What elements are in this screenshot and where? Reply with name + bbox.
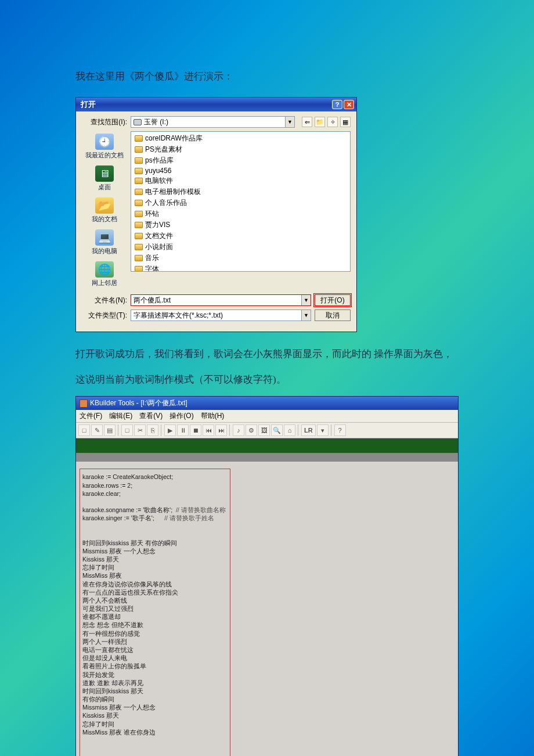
up-folder-icon[interactable]: 📁	[315, 117, 325, 127]
body-text: 打开歌词成功后，我们将看到，歌词会在小灰熊界面显示，而此时的 操作界面为灰色，这…	[75, 341, 459, 393]
folder-icon	[135, 255, 143, 261]
folder-item[interactable]: 电脑软件	[134, 175, 348, 186]
intro-text: 我在这里用《两个傻瓜》进行演示：	[75, 70, 459, 83]
script-line: 可是我们又过强烈	[82, 604, 228, 613]
open-file-dialog: 打开 ? ✕ 查找范围(I): 玉誉 (I:) ▼ ⇐ 📁 ✧ ▦	[75, 97, 357, 332]
place-comp[interactable]: 💻我的电脑	[92, 227, 117, 258]
place-icon: 🌐	[95, 261, 114, 278]
script-line: Kisskiss 那天	[82, 555, 228, 563]
toolbar-button[interactable]: ⚙	[246, 424, 257, 436]
folder-name: 音乐	[145, 253, 159, 263]
toolbar-separator	[298, 424, 299, 436]
lookin-dropdown[interactable]: 玉誉 (I:) ▼	[131, 116, 295, 128]
kb-editor[interactable]: karaoke := CreateKaraokeObject;karaoke.r…	[76, 462, 458, 756]
filename-input[interactable]: 两个傻瓜.txt ▼	[131, 294, 311, 306]
place-icon: 📂	[95, 197, 114, 214]
file-list[interactable]: coreIDRAW作品库PS光盘素材ps作品库yuyu456电脑软件电子相册制作…	[131, 131, 351, 272]
script-line: 有你的瞬间	[82, 695, 228, 703]
toolbar-lr-button[interactable]: LR	[301, 424, 316, 436]
toolbar-button[interactable]: ▶	[164, 424, 176, 436]
kb-preview-track	[76, 453, 458, 462]
folder-item[interactable]: yuyu456	[134, 166, 348, 175]
folder-name: 个人音乐作品	[145, 198, 187, 208]
folder-name: 小说封面	[145, 242, 173, 252]
script-line: karaoke.singer := '歌手名'; // 请替换歌手姓名	[82, 514, 228, 522]
folder-icon	[135, 200, 143, 206]
folder-item[interactable]: 字体	[134, 264, 348, 272]
kbuilder-window: KBuilder Tools - [I:\两个傻瓜.txt] 文件(F)编辑(E…	[75, 396, 459, 756]
toolbar-button[interactable]: ⏭	[215, 424, 227, 436]
folder-item[interactable]: 贾力VIS	[134, 219, 348, 231]
toolbar-button[interactable]: □	[121, 424, 133, 436]
script-line: MissMiss 那夜 谁在你身边	[82, 728, 228, 736]
place-doc[interactable]: 🕘我最近的文档	[85, 131, 124, 162]
place-label: 我的电脑	[92, 247, 117, 255]
place-label: 网上邻居	[92, 279, 117, 287]
toolbar-button[interactable]: ?	[334, 424, 346, 436]
folder-item[interactable]: 音乐	[134, 253, 348, 264]
folder-name: PS光盘素材	[145, 145, 182, 154]
place-icon: 💻	[95, 229, 114, 246]
back-icon[interactable]: ⇐	[302, 117, 312, 127]
filetype-label: 文件类型(T):	[82, 311, 127, 321]
folder-item[interactable]: 电子相册制作模板	[134, 186, 348, 197]
toolbar-button[interactable]: ⌂	[284, 424, 295, 436]
toolbar-button[interactable]: ▤	[104, 424, 116, 436]
folder-item[interactable]: 文档文件	[134, 231, 348, 242]
folder-icon	[135, 135, 143, 142]
place-desk[interactable]: 🖥桌面	[95, 163, 114, 194]
toolbar-button[interactable]: 🔍	[271, 424, 283, 436]
folder-name: 环钻	[145, 209, 159, 219]
toolbar-button[interactable]: ▾	[317, 424, 329, 436]
script-line: 道歉 道歉 却表示再见	[82, 679, 228, 687]
script-line: 有一点点的遥远也很关系在你指尖	[82, 588, 228, 596]
folder-item[interactable]: 个人音乐作品	[134, 197, 348, 208]
cancel-button[interactable]: 取消	[315, 309, 351, 321]
new-folder-icon[interactable]: ✧	[327, 117, 338, 127]
toolbar-button[interactable]: ⏸	[177, 424, 189, 436]
folder-item[interactable]: PS光盘素材	[134, 144, 348, 155]
places-bar: 🕘我最近的文档🖥桌面📂我的文档💻我的电脑🌐网上邻居	[82, 131, 127, 290]
toolbar-button[interactable]: ✂	[134, 424, 146, 436]
chevron-down-icon: ▼	[301, 295, 311, 305]
script-line: Missmiss 那夜 一个人想念	[82, 703, 228, 711]
folder-item[interactable]: 环钻	[134, 208, 348, 219]
folder-name: yuyu456	[145, 167, 171, 175]
folder-item[interactable]: 小说封面	[134, 242, 348, 253]
toolbar-button[interactable]: □	[78, 424, 90, 436]
toolbar-button[interactable]: ♪	[233, 424, 244, 436]
place-label: 我的文档	[92, 215, 117, 224]
menu-item[interactable]: 帮助(H)	[201, 411, 225, 421]
close-button[interactable]: ✕	[344, 100, 354, 109]
menu-item[interactable]: 文件(F)	[80, 411, 102, 421]
folder-item[interactable]: ps作品库	[134, 155, 348, 166]
toolbar-button[interactable]: ⏹	[190, 424, 201, 436]
kb-script-area: karaoke := CreateKaraokeObject;karaoke.r…	[80, 469, 230, 756]
views-icon[interactable]: ▦	[340, 117, 351, 127]
toolbar-button[interactable]: ⎘	[147, 424, 158, 436]
place-mydoc[interactable]: 📂我的文档	[92, 195, 117, 226]
folder-icon	[135, 168, 143, 174]
filename-value: 两个傻瓜.txt	[134, 296, 171, 305]
toolbar-button[interactable]: ✎	[91, 424, 103, 436]
toolbar-button[interactable]: ⏮	[203, 424, 214, 436]
script-line: MissMiss 那夜	[82, 571, 228, 579]
filetype-value: 字幕描述脚本文件(*.ksc;*.txt)	[134, 311, 223, 321]
script-line: 但是却没人来电	[82, 654, 228, 662]
folder-icon	[135, 233, 143, 239]
place-net[interactable]: 🌐网上邻居	[92, 259, 117, 290]
help-button[interactable]: ?	[332, 100, 342, 109]
script-line: 谁在你身边说你说你像风筝的线	[82, 580, 228, 588]
menu-item[interactable]: 编辑(E)	[109, 411, 132, 421]
menu-item[interactable]: 操作(O)	[169, 411, 193, 421]
filetype-dropdown[interactable]: 字幕描述脚本文件(*.ksc;*.txt) ▼	[131, 309, 311, 321]
folder-name: coreIDRAW作品库	[145, 134, 203, 143]
open-button[interactable]: 打开(O)	[315, 294, 351, 306]
folder-item[interactable]: coreIDRAW作品库	[134, 133, 348, 144]
folder-icon	[135, 189, 143, 195]
menu-item[interactable]: 查看(V)	[139, 411, 163, 421]
folder-name: 电脑软件	[145, 176, 173, 186]
chevron-down-icon: ▼	[285, 117, 294, 127]
toolbar-button[interactable]: 🖼	[258, 424, 270, 436]
script-line: 我开始发觉	[82, 671, 228, 679]
